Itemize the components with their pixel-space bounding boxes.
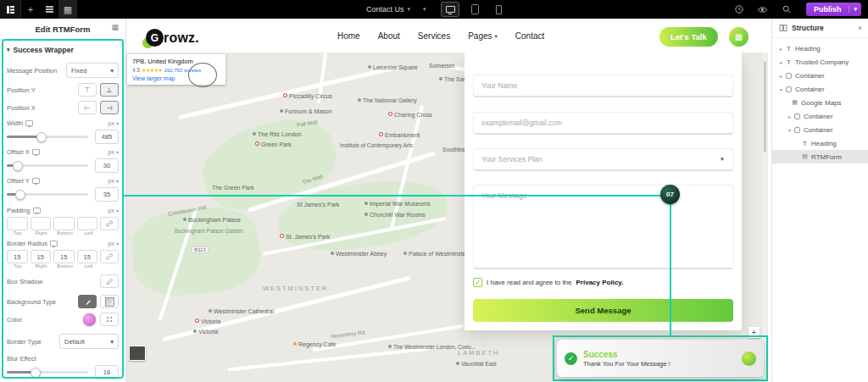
page-settings-caret[interactable]: ▾ bbox=[423, 0, 426, 19]
device-desktop-button[interactable] bbox=[441, 2, 459, 17]
padding-unit-select[interactable]: px▾ bbox=[108, 208, 119, 213]
responsive-desktop-icon[interactable] bbox=[32, 149, 40, 155]
padding-link-values-button[interactable] bbox=[100, 217, 119, 230]
site-logo[interactable]: G rowz. bbox=[146, 29, 199, 47]
responsive-desktop-icon[interactable] bbox=[33, 208, 41, 213]
email-input[interactable]: examplemail@gmail.com bbox=[473, 112, 733, 135]
radius-right-input[interactable]: 15 bbox=[31, 250, 52, 263]
background-gradient-button[interactable] bbox=[100, 295, 119, 308]
tree-item-container[interactable]: ▸ Container bbox=[772, 69, 868, 82]
slider-handle[interactable] bbox=[13, 161, 23, 171]
chevron-down-icon[interactable]: ▾ bbox=[786, 127, 793, 133]
chevron-right-icon[interactable]: ▸ bbox=[777, 59, 785, 65]
section-success-wrapper[interactable]: ▾ Success Wrapper bbox=[0, 40, 125, 58]
radius-top-input[interactable]: 15 bbox=[7, 250, 28, 263]
global-colors-button[interactable] bbox=[100, 313, 119, 326]
blur-value-input[interactable]: 16 bbox=[95, 365, 119, 379]
tree-item-heading-nested[interactable]: T Heading bbox=[772, 136, 868, 150]
device-mobile-button[interactable] bbox=[490, 3, 507, 16]
name-input[interactable]: Your Name bbox=[473, 75, 733, 97]
tree-item-container-expanded[interactable]: ▾ Container bbox=[772, 82, 868, 96]
nav-home[interactable]: Home bbox=[337, 31, 360, 41]
position-x-buttons: ⊢ ⊣ bbox=[78, 101, 119, 114]
border-type-select[interactable]: Default ▾ bbox=[59, 334, 119, 349]
chevron-right-icon[interactable]: ▸ bbox=[786, 113, 793, 119]
elementor-logo-button[interactable] bbox=[0, 0, 21, 19]
history-button[interactable] bbox=[730, 0, 748, 19]
responsive-desktop-icon[interactable] bbox=[25, 120, 33, 126]
privacy-checkbox[interactable]: ✓ bbox=[473, 278, 482, 287]
responsive-desktop-icon[interactable] bbox=[32, 178, 40, 184]
add-element-button[interactable]: + bbox=[21, 0, 40, 19]
publish-button[interactable]: Publish ▾ bbox=[806, 3, 861, 16]
chevron-right-icon[interactable]: ▸ bbox=[777, 73, 785, 79]
container-icon bbox=[785, 86, 793, 92]
offset-y-unit-select[interactable]: px▾ bbox=[108, 178, 119, 184]
color-swatch[interactable] bbox=[82, 313, 97, 327]
padding-bottom-input[interactable] bbox=[53, 217, 75, 230]
anchor-right-button[interactable]: ⊣ bbox=[100, 101, 119, 114]
radius-bottom-input[interactable]: 15 bbox=[53, 250, 75, 263]
control-label: Blur Effect bbox=[7, 355, 36, 363]
edit-panel: Edit RTMForm ▦ ▾ Success Wrapper Message… bbox=[0, 19, 126, 382]
width-value-input[interactable]: 485 bbox=[95, 130, 119, 144]
finder-search-button[interactable] bbox=[777, 0, 796, 19]
tree-item-container-nested-expanded[interactable]: ▾ Container bbox=[772, 123, 868, 136]
panel-widgets-button[interactable]: ▦ bbox=[111, 23, 119, 31]
border-radius-unit-select[interactable]: px▾ bbox=[108, 241, 119, 246]
device-tablet-button[interactable] bbox=[466, 3, 483, 16]
radius-left-input[interactable]: 15 bbox=[77, 250, 98, 263]
google-map-embed[interactable]: Leicester Square Somerset The Savoy Picc… bbox=[125, 53, 768, 382]
tree-item-container-nested[interactable]: ▸ Container bbox=[772, 109, 868, 123]
offset-x-slider[interactable] bbox=[7, 164, 88, 167]
tree-item-google-maps[interactable]: ▦ Google Maps bbox=[772, 96, 868, 109]
tree-item-rtmform[interactable]: ▤ RTMForm bbox=[772, 150, 868, 163]
services-plan-select[interactable]: Your Services Plan ▼ bbox=[473, 148, 733, 171]
offset-y-slider[interactable] bbox=[7, 193, 88, 196]
lets-talk-button[interactable]: Let's Talk bbox=[659, 27, 718, 47]
chevron-down-icon[interactable]: ▾ bbox=[777, 86, 785, 92]
page-selector[interactable]: Contact Us ▾ bbox=[366, 0, 410, 19]
nav-about[interactable]: About bbox=[378, 31, 400, 41]
offset-x-unit-select[interactable]: px▾ bbox=[108, 149, 119, 155]
chevron-right-icon[interactable]: ▸ bbox=[777, 46, 785, 52]
finder-grid-button[interactable]: ▦ bbox=[58, 0, 77, 19]
preview-button[interactable] bbox=[754, 0, 772, 19]
anchor-left-button[interactable]: ⊢ bbox=[78, 101, 97, 114]
map-label: Westminster Cathedral bbox=[209, 308, 274, 314]
header-menu-grid-button[interactable]: ▦ bbox=[729, 27, 748, 47]
tree-item-trusted-company[interactable]: ▸ T Trusted Company bbox=[772, 55, 868, 69]
tree-item-heading[interactable]: ▸ T Heading bbox=[772, 42, 868, 55]
map-imagery-thumbnail[interactable] bbox=[129, 346, 146, 361]
offset-y-value-input[interactable]: 35 bbox=[95, 187, 119, 202]
publish-options-caret-icon[interactable]: ▾ bbox=[849, 6, 861, 13]
responsive-desktop-icon[interactable] bbox=[50, 241, 58, 246]
nav-pages[interactable]: Pages▾ bbox=[468, 31, 498, 41]
padding-right-input[interactable] bbox=[31, 217, 52, 230]
toast-action-button[interactable] bbox=[742, 352, 756, 366]
offset-x-value-input[interactable]: 30 bbox=[95, 158, 119, 173]
chevron-down-icon: ▾ bbox=[116, 208, 119, 213]
width-slider[interactable] bbox=[7, 136, 88, 138]
close-icon[interactable]: × bbox=[858, 24, 862, 32]
message-textarea[interactable]: Your Message bbox=[473, 185, 733, 269]
privacy-policy-link[interactable]: Privacy Policy. bbox=[576, 279, 624, 286]
padding-top-input[interactable] bbox=[7, 217, 28, 230]
slider-handle[interactable] bbox=[36, 132, 47, 142]
anchor-bottom-button[interactable]: ⊥ bbox=[100, 83, 119, 97]
width-unit-select[interactable]: px▾ bbox=[108, 120, 119, 126]
nav-services[interactable]: Services bbox=[418, 31, 450, 41]
message-position-select[interactable]: Fixed ▾ bbox=[66, 63, 119, 78]
padding-left-input[interactable] bbox=[77, 217, 98, 230]
nav-contact[interactable]: Contact bbox=[515, 31, 544, 41]
canvas-scrollbar-thumb[interactable] bbox=[764, 61, 766, 152]
anchor-top-button[interactable]: ⊤ bbox=[78, 83, 97, 97]
send-message-button[interactable]: Send Message bbox=[473, 299, 733, 322]
radius-link-values-button[interactable] bbox=[100, 250, 119, 263]
element-manager-button[interactable] bbox=[40, 0, 58, 19]
slider-handle[interactable] bbox=[31, 368, 41, 378]
blur-slider[interactable] bbox=[7, 371, 88, 374]
slider-handle[interactable] bbox=[15, 190, 25, 200]
background-classic-button[interactable] bbox=[78, 295, 97, 308]
box-shadow-edit-button[interactable] bbox=[100, 274, 119, 288]
